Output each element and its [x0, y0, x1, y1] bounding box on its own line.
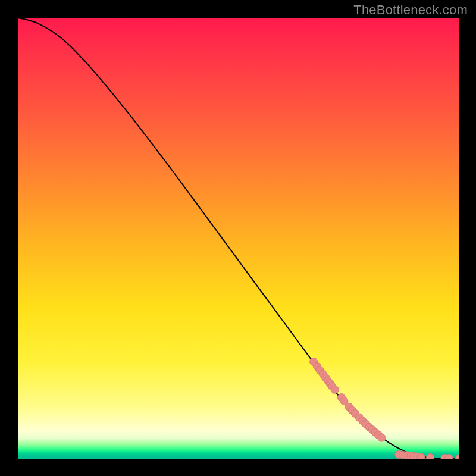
- plot-area: [18, 18, 459, 459]
- watermark-text: TheBottleneck.com: [353, 2, 468, 18]
- curve-line: [18, 18, 459, 459]
- data-point: [378, 434, 386, 441]
- data-point: [455, 455, 459, 459]
- chart-frame: TheBottleneck.com: [0, 0, 476, 476]
- data-point: [331, 386, 339, 393]
- data-point: [426, 453, 434, 459]
- data-point: [417, 453, 425, 459]
- chart-svg: [18, 18, 459, 459]
